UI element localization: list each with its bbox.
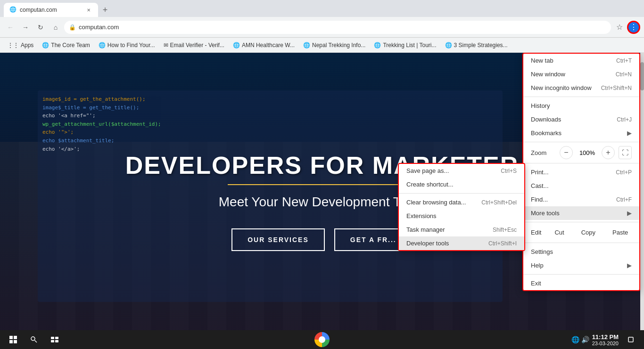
home-btn[interactable]: ⌂ bbox=[49, 21, 62, 34]
task-view-btn[interactable] bbox=[45, 330, 64, 349]
bookmark-icon-7: 🌐 bbox=[445, 42, 452, 49]
menu-divider-2 bbox=[523, 142, 639, 142]
tab-favicon: 🌐 bbox=[9, 6, 17, 14]
menu-divider-5 bbox=[523, 243, 639, 243]
tab-close-btn[interactable]: ✕ bbox=[85, 6, 92, 14]
menu-downloads[interactable]: Downloads Ctrl+J bbox=[523, 113, 639, 126]
win-square-4 bbox=[14, 340, 17, 343]
win-square-2 bbox=[14, 336, 17, 339]
menu-divider-3 bbox=[523, 163, 639, 163]
bookmark-icon-6: 🌐 bbox=[374, 42, 381, 49]
chrome-menu-btn[interactable]: ⋮ bbox=[627, 21, 640, 34]
chrome-taskbar-icon[interactable] bbox=[314, 332, 330, 347]
address-bar[interactable]: 🔒 computan.com bbox=[64, 21, 611, 34]
scrollbar-thumb[interactable] bbox=[640, 62, 644, 90]
menu-new-window-label: New window bbox=[531, 71, 565, 78]
submenu-save-page[interactable]: Save page as... Ctrl+S bbox=[399, 164, 524, 178]
menu-incognito[interactable]: New incognito window Ctrl+Shift+N bbox=[523, 81, 639, 95]
lock-icon: 🔒 bbox=[69, 24, 76, 31]
nav-right: ☆ ⋮ bbox=[613, 21, 640, 34]
submenu-clear-browsing[interactable]: Clear browsing data... Ctrl+Shift+Del bbox=[399, 195, 524, 209]
copy-btn[interactable]: Copy bbox=[574, 226, 603, 239]
svg-rect-2 bbox=[51, 337, 54, 339]
title-bar: 🌐 computan.com ✕ + bbox=[0, 0, 644, 17]
zoom-fullscreen-btn[interactable]: ⛶ bbox=[619, 146, 632, 159]
bookmark-nepal[interactable]: 🌐 Nepal Trekking Info... bbox=[299, 40, 369, 51]
submenu-save-page-shortcut: Ctrl+S bbox=[501, 168, 517, 174]
taskbar-system-icons: 🌐 🔊 bbox=[571, 336, 589, 343]
tab-title: computan.com bbox=[20, 7, 82, 13]
bookmark-apps[interactable]: ⋮⋮ Apps bbox=[4, 40, 37, 51]
cut-btn[interactable]: Cut bbox=[547, 226, 571, 239]
bookmark-trekking-label: Trekking List | Touri... bbox=[383, 42, 436, 49]
search-taskbar-btn[interactable] bbox=[25, 330, 43, 349]
bookmark-find-label: How to Find Your... bbox=[107, 42, 155, 49]
bookmark-icon-4: 🌐 bbox=[233, 42, 240, 49]
nav-bar: ← → ↻ ⌂ 🔒 computan.com ☆ ⋮ bbox=[0, 17, 644, 38]
menu-settings[interactable]: Settings bbox=[523, 245, 639, 259]
menu-more-tools[interactable]: More tools ▶ bbox=[523, 206, 639, 220]
browser-tab[interactable]: 🌐 computan.com ✕ bbox=[4, 3, 98, 17]
zoom-out-btn[interactable]: − bbox=[560, 146, 573, 159]
submenu-developer-tools[interactable]: Developer tools Ctrl+Shift+I bbox=[399, 236, 524, 250]
menu-incognito-shortcut: Ctrl+Shift+N bbox=[601, 85, 632, 91]
windows-icon bbox=[9, 336, 17, 343]
zoom-in-btn[interactable]: + bbox=[602, 146, 615, 159]
bookmark-nepal-label: Nepal Trekking Info... bbox=[312, 42, 365, 49]
menu-find-shortcut: Ctrl+F bbox=[616, 196, 632, 203]
bookmark-core-team[interactable]: 🌐 The Core Team bbox=[38, 40, 93, 51]
bookmark-trekking[interactable]: 🌐 Trekking List | Touri... bbox=[370, 40, 440, 51]
bookmark-strategies[interactable]: 🌐 3 Simple Strategies... bbox=[441, 40, 512, 51]
scrollbar[interactable] bbox=[640, 53, 644, 349]
bookmark-amn-label: AMN Healthcare W... bbox=[242, 42, 295, 49]
browser-frame: 🌐 computan.com ✕ + ← → ↻ ⌂ 🔒 computan.co… bbox=[0, 0, 644, 349]
menu-find[interactable]: Find... Ctrl+F bbox=[523, 193, 639, 206]
taskbar-right: 🌐 🔊 11:12 PM 23-03-2020 bbox=[571, 330, 640, 349]
submenu-create-shortcut[interactable]: Create shortcut... bbox=[399, 178, 524, 191]
zoom-control-row: Zoom − 100% + ⛶ bbox=[523, 144, 639, 161]
bookmark-icon-3: ✉ bbox=[164, 42, 168, 49]
menu-downloads-shortcut: Ctrl+J bbox=[617, 116, 632, 123]
svg-rect-5 bbox=[55, 340, 58, 342]
menu-history[interactable]: History bbox=[523, 99, 639, 113]
svg-line-1 bbox=[35, 341, 37, 343]
forward-btn[interactable]: → bbox=[19, 21, 32, 34]
menu-cast-label: Cast... bbox=[531, 182, 549, 189]
menu-exit[interactable]: Exit bbox=[523, 276, 639, 290]
our-services-btn[interactable]: OUR SERVICES bbox=[231, 228, 325, 251]
edit-label: Edit bbox=[527, 229, 545, 236]
win-square-3 bbox=[9, 340, 13, 343]
taskbar-date-value: 23-03-2020 bbox=[592, 341, 619, 346]
menu-cast[interactable]: Cast... bbox=[523, 179, 639, 193]
menu-find-label: Find... bbox=[531, 196, 548, 203]
menu-help[interactable]: Help ▶ bbox=[523, 259, 639, 272]
hero-divider bbox=[228, 184, 416, 185]
svg-point-0 bbox=[31, 337, 35, 341]
bookmark-amn[interactable]: 🌐 AMN Healthcare W... bbox=[229, 40, 298, 51]
reload-btn[interactable]: ↻ bbox=[34, 21, 47, 34]
star-btn[interactable]: ☆ bbox=[613, 21, 626, 34]
menu-bookmarks-label: Bookmarks bbox=[531, 130, 561, 137]
menu-new-tab[interactable]: New tab Ctrl+T bbox=[523, 54, 639, 67]
submenu-extensions[interactable]: Extensions bbox=[399, 209, 524, 223]
new-tab-btn[interactable]: + bbox=[98, 3, 112, 17]
notifications-btn[interactable] bbox=[621, 330, 640, 349]
back-btn[interactable]: ← bbox=[4, 21, 17, 34]
bookmark-email[interactable]: ✉ Email Verifier - Verif... bbox=[160, 40, 228, 51]
menu-help-label: Help bbox=[531, 262, 544, 269]
windows-start-btn[interactable] bbox=[4, 330, 23, 349]
bookmark-find[interactable]: 🌐 How to Find Your... bbox=[95, 40, 159, 51]
paste-btn[interactable]: Paste bbox=[605, 226, 636, 239]
chrome-dropdown-menu: New tab Ctrl+T New window Ctrl+N New inc… bbox=[522, 53, 640, 291]
menu-print[interactable]: Print... Ctrl+P bbox=[523, 165, 639, 179]
menu-downloads-label: Downloads bbox=[531, 116, 561, 123]
menu-settings-label: Settings bbox=[531, 248, 553, 255]
bookmark-icon-2: 🌐 bbox=[99, 42, 106, 49]
menu-bookmarks[interactable]: Bookmarks ▶ bbox=[523, 126, 639, 140]
menu-new-window[interactable]: New window Ctrl+N bbox=[523, 67, 639, 81]
zoom-label: Zoom bbox=[531, 149, 556, 156]
bookmarks-arrow-icon: ▶ bbox=[627, 130, 632, 137]
submenu-task-manager[interactable]: Task manager Shift+Esc bbox=[399, 223, 524, 236]
menu-divider-1 bbox=[523, 97, 639, 97]
taskbar-time[interactable]: 11:12 PM 23-03-2020 bbox=[592, 333, 619, 346]
